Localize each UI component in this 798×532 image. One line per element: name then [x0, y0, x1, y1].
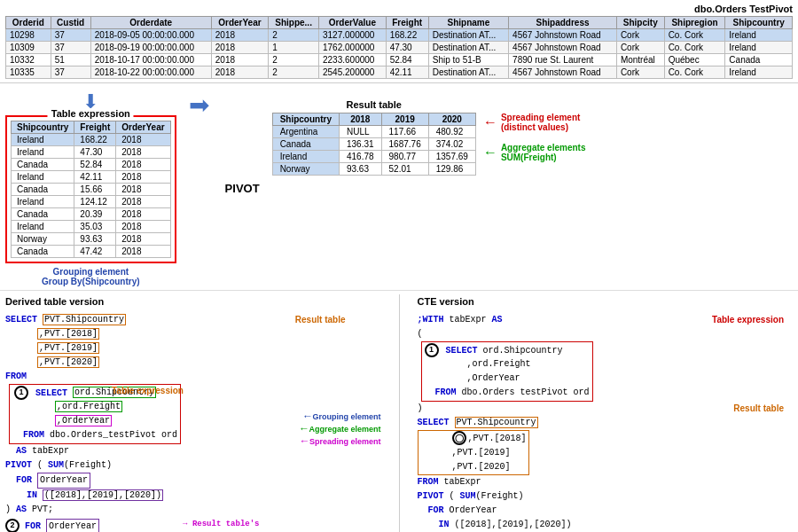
- top-cell: 3127.000000: [319, 29, 387, 42]
- left-cell: 2018: [116, 134, 170, 146]
- top-cell: 10335: [6, 66, 51, 79]
- top-cell: Ireland: [725, 29, 793, 42]
- left-cell: Canada: [12, 184, 74, 196]
- top-cell: Cork: [616, 66, 664, 79]
- top-cell: Canada: [725, 54, 793, 66]
- left-cell: 52.84: [74, 159, 116, 171]
- top-cell: 2: [269, 54, 319, 66]
- left-cell: 2018: [116, 171, 170, 184]
- db-title: dbo.Orders TestPivot: [5, 4, 793, 14]
- result-table-title: Result table: [272, 99, 476, 110]
- result-table: Shipcountry201820192020 ArgentinaNULL117…: [272, 113, 476, 176]
- top-cell: 10332: [6, 54, 51, 66]
- result-col-header: Shipcountry: [272, 113, 339, 126]
- left-cell: 2018: [116, 159, 170, 171]
- top-col-header: Shipaddress: [509, 17, 617, 29]
- top-cell: Destination AT...: [428, 66, 508, 79]
- table-expr-label-derived: Table expression: [112, 384, 184, 398]
- left-cell: Norway: [12, 233, 74, 246]
- left-cell: 35.03: [74, 221, 116, 233]
- spreading-annotation: Spreading element(distinct values): [501, 113, 580, 132]
- top-cell: 2233.600000: [319, 54, 387, 66]
- result-cell: 1687.76: [381, 138, 428, 151]
- derived-table-block: Derived table version Result table SELEC…: [5, 294, 381, 532]
- left-cell: 2018: [116, 196, 170, 208]
- top-col-header: Shipcountry: [725, 17, 793, 29]
- left-cell: 15.66: [74, 184, 116, 196]
- top-cell: 7890 rue St. Laurent: [509, 54, 617, 66]
- result-cell: 416.78: [339, 151, 381, 163]
- left-col-header: Freight: [74, 121, 116, 134]
- left-small-table: ShipcountryFreightOrderYear Ireland168.2…: [11, 121, 171, 258]
- top-cell: 2018: [211, 54, 268, 66]
- top-cell: 168.22: [386, 29, 428, 42]
- grouping-label: Grouping elementGroup By(Shipcountry): [42, 267, 140, 286]
- left-cell: Ireland: [12, 146, 74, 159]
- result-area: Result table Shipcountry201820192020 Arg…: [272, 99, 586, 176]
- col-names-ann: → Result table's column names: [183, 519, 259, 532]
- circle-1-derived: 1: [14, 387, 35, 397]
- result-cell: 1357.69: [428, 151, 475, 163]
- top-col-header: OrderYear: [211, 17, 268, 29]
- left-cell: Ireland: [12, 171, 74, 184]
- pivot-arrow-area: ➡: [189, 90, 209, 120]
- result-col-header: 2020: [428, 113, 475, 126]
- top-cell: 1: [269, 42, 319, 54]
- left-cell: Ireland: [12, 134, 74, 146]
- result-label-cte: Result table: [733, 402, 784, 416]
- top-cell: Montréal: [616, 54, 664, 66]
- table-expr-label-cte: Table expression: [712, 313, 784, 327]
- top-cell: Ireland: [725, 42, 793, 54]
- result-cell: Ireland: [272, 151, 339, 163]
- result-cell: 980.77: [381, 151, 428, 163]
- result-col-header: 2019: [381, 113, 428, 126]
- top-cell: 2018-09-19 00:00:00.000: [90, 42, 211, 54]
- left-cell: 42.11: [74, 171, 116, 184]
- top-cell: Ship to 51-B: [428, 54, 508, 66]
- top-cell: Co. Cork: [664, 66, 725, 79]
- left-col-header: OrderYear: [116, 121, 170, 134]
- top-col-header: OrderValue: [319, 17, 387, 29]
- left-cell: 20.39: [74, 208, 116, 221]
- section-divider: [399, 294, 400, 532]
- top-cell: Co. Cork: [664, 42, 725, 54]
- top-cell: Cork: [616, 42, 664, 54]
- cte-title: CTE version: [418, 294, 794, 309]
- result-cell: 129.86: [428, 163, 475, 176]
- top-cell: 4567 Johnstown Road: [509, 29, 617, 42]
- top-col-header: Orderid: [6, 17, 51, 29]
- top-cell: 37: [51, 29, 90, 42]
- left-cell: Canada: [12, 208, 74, 221]
- top-section: dbo.Orders TestPivot OrderidCustidOrderd…: [0, 0, 798, 83]
- top-cell: 2: [269, 66, 319, 79]
- top-cell: 2018-10-17 00:00:00.000: [90, 54, 211, 66]
- top-data-table: OrderidCustidOrderdateOrderYearShippe...…: [5, 16, 793, 79]
- top-cell: 2545.200000: [319, 66, 387, 79]
- top-cell: 2: [269, 29, 319, 42]
- top-cell: Destination AT...: [428, 29, 508, 42]
- result-cell: 136.31: [339, 138, 381, 151]
- left-cell: 93.63: [74, 233, 116, 246]
- cte-inner-box: 1 SELECT ord.Shipcountry ,ord.Freight ,O…: [421, 341, 593, 403]
- top-cell: 4567 Johnstown Road: [509, 66, 617, 79]
- left-cell: 2018: [116, 221, 170, 233]
- result-cell: 52.01: [381, 163, 428, 176]
- top-cell: 10298: [6, 29, 51, 42]
- left-cell: 2018: [116, 146, 170, 159]
- top-cell: 4567 Johnstown Road: [509, 42, 617, 54]
- left-expr-area: ⬇ Table expression ShipcountryFreightOrd…: [5, 90, 176, 286]
- result-cell: 480.92: [428, 126, 475, 138]
- for-block-derived: FOR OrderYear IN ([2018],[2019],[2020]): [25, 519, 172, 532]
- left-cell: 124.12: [74, 196, 116, 208]
- middle-section: ⬇ Table expression ShipcountryFreightOrd…: [0, 83, 798, 290]
- top-cell: 10309: [6, 42, 51, 54]
- left-cell: 2018: [116, 208, 170, 221]
- left-cell: 47.30: [74, 146, 116, 159]
- pvt-box-cte: ◯,PVT.[2018] ,PVT.[2019] ,PVT.[2020]: [418, 430, 529, 475]
- top-cell: 2018: [211, 66, 268, 79]
- left-cell: Canada: [12, 159, 74, 171]
- top-cell: 1762.000000: [319, 42, 387, 54]
- top-col-header: Freight: [386, 17, 428, 29]
- result-cell: Canada: [272, 138, 339, 151]
- pivot-arrow-icon: ➡: [189, 90, 209, 120]
